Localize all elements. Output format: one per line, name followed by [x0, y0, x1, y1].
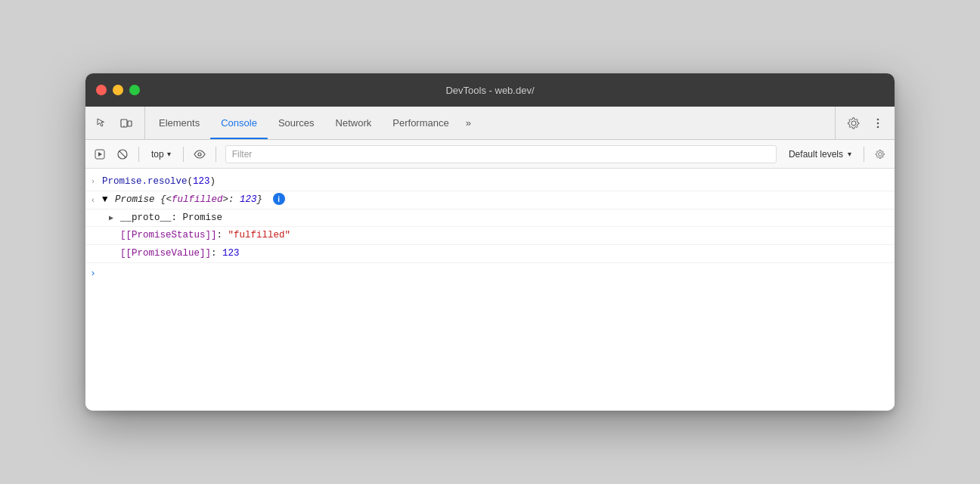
proto-expand-arrow[interactable]: ▶: [104, 211, 119, 224]
minimize-button[interactable]: [113, 85, 123, 95]
more-options-button[interactable]: [867, 113, 889, 134]
gear-icon-small: [875, 149, 885, 160]
tab-console[interactable]: Console: [210, 107, 268, 139]
window-title: DevTools - web.dev/: [445, 85, 534, 96]
title-bar: DevTools - web.dev/: [85, 73, 895, 107]
svg-line-9: [119, 150, 126, 157]
value-arrow: [104, 247, 119, 248]
block-icon: [117, 149, 128, 160]
more-options-icon: [872, 117, 884, 129]
console-entry-input: › Promise.resolve(123): [85, 173, 895, 191]
clear-console-button[interactable]: [113, 144, 132, 164]
toolbar-icon-group: [91, 107, 145, 139]
svg-point-10: [198, 153, 201, 156]
toolbar-right-actions: [835, 107, 889, 139]
console-entry-proto: ▶ __proto__: Promise: [85, 209, 895, 228]
device-mode-button[interactable]: [116, 113, 137, 134]
tab-elements[interactable]: Elements: [148, 107, 210, 139]
toolbar-divider: [138, 147, 139, 162]
status-content: [[PromiseStatus]]: "fulfilled": [119, 228, 889, 243]
run-script-button[interactable]: [90, 144, 110, 164]
status-arrow: [104, 228, 119, 230]
svg-rect-1: [128, 121, 132, 126]
console-cursor[interactable]: ›: [85, 266, 101, 281]
tab-bar: Elements Console Sources Network Perform…: [148, 107, 835, 139]
log-levels-button[interactable]: Default levels ▾: [783, 147, 858, 161]
main-toolbar: Elements Console Sources Network Perform…: [85, 107, 895, 140]
back-arrow: ‹: [85, 193, 101, 207]
tab-performance[interactable]: Performance: [382, 107, 459, 139]
svg-point-4: [877, 122, 879, 124]
console-entry-status: [[PromiseStatus]]: "fulfilled": [85, 227, 895, 245]
tab-sources[interactable]: Sources: [268, 107, 325, 139]
entry-content: Promise.resolve(123): [101, 175, 889, 189]
entry-expand-arrow[interactable]: ›: [85, 175, 101, 188]
more-tabs-button[interactable]: »: [460, 107, 477, 139]
promise-entry-content: ▼ Promise {<fulfilled>: 123} i: [101, 193, 889, 207]
console-output: › Promise.resolve(123) ‹ ▼ Promise {<ful…: [85, 169, 895, 411]
devtools-window: DevTools - web.dev/ Elements: [85, 73, 895, 411]
inspect-icon: [96, 117, 108, 129]
svg-point-5: [877, 126, 879, 128]
toolbar-divider-4: [864, 147, 864, 162]
filter-input[interactable]: [226, 149, 776, 160]
filter-box: [225, 145, 777, 163]
eye-button[interactable]: [190, 144, 209, 164]
close-button[interactable]: [96, 85, 107, 95]
svg-point-3: [877, 118, 879, 120]
console-entry-value: [[PromiseValue]]: 123: [85, 245, 895, 263]
toolbar-divider-2: [183, 147, 184, 162]
info-badge[interactable]: i: [273, 193, 285, 205]
run-script-icon: [95, 149, 105, 160]
context-selector[interactable]: top ▾: [145, 147, 177, 161]
proto-content: __proto__: Promise: [119, 211, 889, 225]
maximize-button[interactable]: [129, 85, 140, 95]
toolbar-divider-3: [216, 147, 216, 162]
eye-icon: [194, 149, 206, 160]
settings-button[interactable]: [843, 113, 864, 134]
console-toolbar: top ▾ Default levels ▾: [85, 140, 895, 169]
traffic-lights: [96, 85, 140, 95]
inspect-element-button[interactable]: [91, 113, 113, 134]
console-entry-promise: ‹ ▼ Promise {<fulfilled>: 123} i: [85, 191, 895, 209]
device-mode-icon: [120, 117, 132, 129]
expand-toggle[interactable]: ▼: [102, 194, 108, 205]
console-cursor-entry: ›: [85, 263, 895, 284]
tab-network[interactable]: Network: [325, 107, 383, 139]
svg-marker-7: [98, 152, 102, 157]
value-content: [[PromiseValue]]: 123: [119, 247, 889, 261]
gear-icon: [847, 116, 861, 130]
console-settings-button[interactable]: [870, 144, 890, 164]
